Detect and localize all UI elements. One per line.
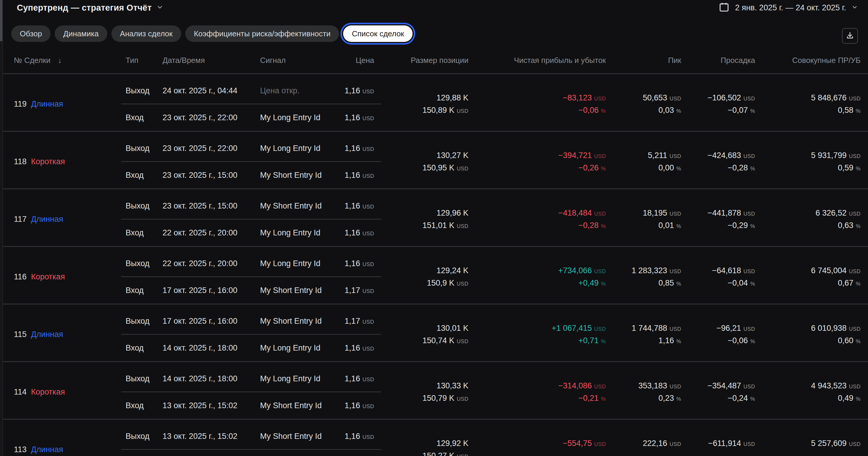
entry-subrow: Вход 23 окт. 2025 г., 15:00 My Short Ent… bbox=[121, 162, 381, 188]
drawdown-cell: −106,502USD −0,07% bbox=[681, 74, 755, 131]
entry-signal: My Long Entry Id bbox=[260, 113, 343, 122]
entry-signal: My Short Entry Id bbox=[260, 401, 343, 410]
position-size-cell: 130,33 K 150,79 KUSD bbox=[381, 362, 468, 419]
column-header-drawdown: Просадка bbox=[720, 56, 755, 65]
cumulative-pnl-cell: 6 326,52USD 0,63% bbox=[755, 189, 861, 246]
trade-type-label: Короткая bbox=[31, 157, 65, 166]
cumulative-pnl-cell: 6 010,938USD 0,60% bbox=[755, 304, 861, 361]
net-pnl-cell: +1 067,415USD +0,71% bbox=[468, 304, 606, 361]
drawdown-cell: −96,21USD −0,06% bbox=[681, 304, 755, 361]
trade-number: 118 bbox=[14, 157, 27, 166]
table-row[interactable]: 118 Короткая Выход 23 окт. 2025 г., 22:0… bbox=[3, 131, 868, 188]
cumulative-pnl-cell: 6 745,004USD 0,67% bbox=[755, 247, 861, 303]
strategy-report-panel: Супертренд — стратегия Отчёт 2 янв. 2025… bbox=[0, 0, 868, 456]
peak-cell: 353,183USD 0,23% bbox=[606, 362, 681, 419]
table-row[interactable]: 115 Длинная Выход 17 окт. 2025 г., 16:00… bbox=[3, 303, 868, 361]
exit-datetime: 24 окт. 2025 г., 04:44 bbox=[162, 86, 260, 95]
table-header-row: № Сделки↓ Тип Дата/Время Сигнал Цена Раз… bbox=[3, 42, 868, 73]
net-pnl-cell: −394,721USD −0,26% bbox=[468, 132, 606, 188]
peak-cell: 1 283,323USD 0,85% bbox=[606, 247, 681, 303]
column-header-cumulative-pnl: Совокупные ПР/УБ bbox=[792, 56, 861, 65]
net-pnl-cell: +734,066USD +0,49% bbox=[468, 247, 606, 303]
exit-action-label: Выход bbox=[121, 144, 162, 153]
date-range-label: 2 янв. 2025 г. — 24 окт. 2025 г. bbox=[735, 3, 846, 12]
column-header-position-size: Размер позиции bbox=[411, 56, 468, 65]
column-header-type: Тип bbox=[121, 56, 162, 65]
table-row[interactable]: 114 Короткая Выход 14 окт. 2025 г., 18:0… bbox=[3, 361, 868, 419]
cumulative-pnl-cell: 5 931,799USD 0,59% bbox=[755, 132, 861, 188]
trades-body: 119 Длинная Выход 24 окт. 2025 г., 04:44… bbox=[3, 73, 868, 456]
entry-action-label: Вход bbox=[121, 286, 162, 295]
report-tab[interactable]: Коэффициенты риска/эффективности bbox=[185, 25, 339, 42]
entry-signal: My Short Entry Id bbox=[260, 286, 343, 295]
exit-signal: My Long Entry Id bbox=[260, 374, 343, 383]
report-tab[interactable]: Анализ сделок bbox=[112, 25, 181, 42]
exit-subrow: Выход 17 окт. 2025 г., 16:00 My Short En… bbox=[121, 308, 381, 335]
exit-datetime: 23 окт. 2025 г., 15:00 bbox=[162, 201, 260, 210]
exit-subrow: Выход 23 окт. 2025 г., 15:00 My Short En… bbox=[121, 193, 381, 220]
report-tab[interactable]: Динамика bbox=[55, 25, 107, 42]
entry-action-label: Вход bbox=[121, 228, 162, 237]
calendar-icon bbox=[718, 1, 730, 14]
exit-datetime: 17 окт. 2025 г., 16:00 bbox=[162, 317, 260, 326]
trades-table: № Сделки↓ Тип Дата/Время Сигнал Цена Раз… bbox=[3, 42, 868, 456]
drawdown-cell: −354,487USD −0,24% bbox=[681, 362, 755, 419]
entry-datetime: 23 окт. 2025 г., 22:00 bbox=[162, 113, 260, 122]
exit-datetime: 13 окт. 2025 г., 15:02 bbox=[162, 432, 260, 441]
report-header: Супертренд — стратегия Отчёт 2 янв. 2025… bbox=[3, 0, 868, 15]
exit-price: 1,17USD bbox=[345, 317, 381, 326]
exit-subrow: Выход 22 окт. 2025 г., 20:00 My Long Ent… bbox=[121, 251, 381, 277]
exit-action-label: Выход bbox=[121, 86, 162, 95]
chevron-down-icon bbox=[156, 4, 163, 12]
table-row[interactable]: 116 Короткая Выход 22 окт. 2025 г., 20:0… bbox=[3, 246, 868, 303]
left-scrollbar[interactable] bbox=[0, 0, 3, 456]
trade-type-label: Длинная bbox=[31, 215, 63, 224]
net-pnl-cell: −83,123USD −0,06% bbox=[468, 74, 606, 131]
trade-type-label: Короткая bbox=[31, 388, 65, 397]
exit-datetime: 14 окт. 2025 г., 18:00 bbox=[162, 374, 260, 383]
report-tabs-row: ОбзорДинамикаАнализ сделокКоэффициенты р… bbox=[3, 25, 868, 42]
table-row[interactable]: 119 Длинная Выход 24 окт. 2025 г., 04:44… bbox=[3, 73, 868, 131]
chevron-down-icon bbox=[851, 4, 858, 11]
entry-subrow: Вход 22 окт. 2025 г., 20:00 My Long Entr… bbox=[121, 220, 381, 246]
net-pnl-cell: −314,086USD −0,21% bbox=[468, 362, 606, 419]
trade-type-label: Длинная bbox=[31, 445, 63, 454]
report-title-dropdown[interactable]: Супертренд — стратегия Отчёт bbox=[17, 3, 163, 13]
entry-subrow: USD bbox=[121, 450, 381, 456]
exit-action-label: Выход bbox=[121, 374, 162, 383]
trade-number: 117 bbox=[14, 215, 27, 224]
entry-action-label: Вход bbox=[121, 113, 162, 122]
column-header-trade-number[interactable]: № Сделки↓ bbox=[3, 56, 121, 65]
date-range-picker[interactable]: 2 янв. 2025 г. — 24 окт. 2025 г. bbox=[718, 0, 858, 15]
drawdown-cell: −424,683USD −0,28% bbox=[681, 132, 755, 188]
entry-subrow: Вход 14 окт. 2025 г., 18:00 My Long Entr… bbox=[121, 335, 381, 361]
entry-datetime: 23 окт. 2025 г., 15:00 bbox=[162, 171, 260, 180]
exit-price: 1,16USD bbox=[345, 144, 381, 153]
column-header-datetime: Дата/Время bbox=[162, 56, 260, 65]
trade-type-label: Длинная bbox=[31, 330, 63, 339]
position-size-cell: 129,92 K 150,27 KUSD bbox=[381, 420, 468, 456]
download-button[interactable] bbox=[842, 28, 858, 44]
trade-number: 115 bbox=[14, 330, 27, 339]
entry-datetime: 14 окт. 2025 г., 18:00 bbox=[162, 344, 260, 353]
exit-signal: My Long Entry Id bbox=[260, 259, 343, 268]
drawdown-cell: −611,914USD % bbox=[681, 420, 755, 456]
exit-subrow: Выход 13 окт. 2025 г., 15:02 My Short En… bbox=[121, 423, 381, 450]
table-row[interactable]: 117 Длинная Выход 23 окт. 2025 г., 15:00… bbox=[3, 188, 868, 246]
entry-price: 1,16USD bbox=[345, 113, 381, 122]
trade-number: 113 bbox=[14, 445, 27, 454]
report-tab[interactable]: Список сделок bbox=[343, 25, 412, 42]
entry-subrow: Вход 17 окт. 2025 г., 16:00 My Short Ent… bbox=[121, 277, 381, 303]
exit-action-label: Выход bbox=[121, 259, 162, 268]
report-tab[interactable]: Обзор bbox=[11, 25, 51, 42]
exit-signal: My Short Entry Id bbox=[260, 317, 343, 326]
trade-number: 116 bbox=[14, 272, 27, 282]
exit-signal: Цена откр. bbox=[260, 86, 343, 95]
exit-signal: My Short Entry Id bbox=[260, 432, 343, 441]
entry-price: 1,16USD bbox=[345, 228, 381, 237]
position-size-cell: 129,96 K 151,01 KUSD bbox=[381, 189, 468, 246]
entry-datetime: 22 окт. 2025 г., 20:00 bbox=[162, 228, 260, 237]
table-row[interactable]: 113 Длинная Выход 13 окт. 2025 г., 15:02… bbox=[3, 419, 868, 456]
scrollbar-thumb[interactable] bbox=[0, 0, 2, 41]
entry-action-label: Вход bbox=[121, 401, 162, 410]
